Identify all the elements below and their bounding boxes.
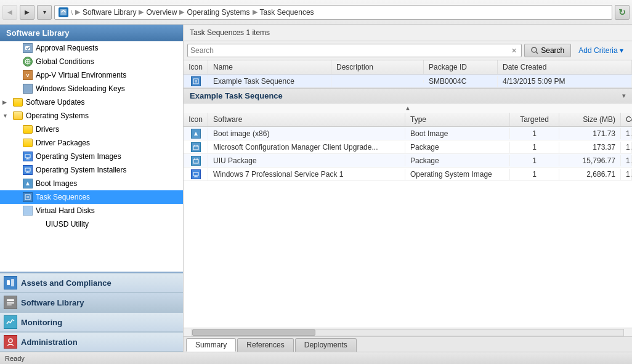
detail-td-size: 2,686.71 [559, 169, 621, 180]
svg-rect-19 [7, 304, 12, 305]
hscroll-thumb[interactable] [192, 330, 315, 336]
content-area: Task Sequences 1 items ✕ Search Add Crit… [184, 25, 632, 352]
detail-td-compliance: 100.0 [621, 142, 632, 153]
dth-software[interactable]: Software [208, 113, 405, 126]
tab-summary[interactable]: Summary [186, 338, 236, 352]
tab-deployments[interactable]: Deployments [295, 338, 357, 352]
table-row[interactable]: Example Task Sequence SMB0004C 4/13/2015… [184, 75, 632, 88]
sidebar-item-appv[interactable]: V App-V Virtual Environments [0, 68, 183, 82]
svg-rect-27 [193, 146, 198, 150]
breadcrumb-overview[interactable]: Overview [146, 8, 177, 17]
tabs-row: Summary References Deployments [184, 336, 632, 352]
tab-references[interactable]: References [237, 338, 293, 352]
detail-td-icon [184, 127, 208, 140]
sidebar-label-assets: Assets and Compliance [21, 278, 111, 288]
th-icon[interactable]: Icon [184, 60, 208, 74]
breadcrumb-os[interactable]: Operating Systems [187, 8, 249, 17]
search-button[interactable]: Search [524, 44, 571, 57]
svg-point-20 [9, 339, 12, 342]
hscroll-track[interactable] [192, 329, 624, 336]
sidebar-section-monitoring[interactable]: Monitoring [0, 312, 183, 332]
detail-table-header: Icon Software Type Targeted Size (MB) Co… [184, 113, 632, 127]
th-description[interactable]: Description [331, 60, 424, 74]
sidebar-label-drivers: Drivers [36, 125, 59, 134]
add-criteria-button[interactable]: Add Criteria ▾ [573, 44, 628, 57]
dth-targeted[interactable]: Targeted [510, 113, 559, 126]
breadcrumb-icon [59, 7, 68, 17]
detail-td-compliance: 100.0 [621, 169, 632, 180]
dth-compliance[interactable]: Compliance % [621, 113, 632, 126]
sideload-icon [22, 84, 33, 94]
detail-td-type: Package [405, 142, 510, 153]
svg-rect-33 [193, 172, 198, 176]
sidebar-section-assets[interactable]: Assets and Compliance [0, 273, 183, 293]
svg-rect-16 [11, 279, 14, 286]
back-button[interactable]: ◀ [2, 5, 17, 20]
breadcrumb-software-library[interactable]: Software Library [83, 8, 136, 17]
sidebar-item-sideload[interactable]: Windows Sideloading Keys [0, 82, 183, 95]
detail-row[interactable]: Windows 7 Professional Service Pack 1 Op… [184, 168, 632, 181]
sidebar-label-su: Software Updates [26, 98, 84, 107]
dropdown-button[interactable]: ▾ [37, 5, 52, 20]
th-name[interactable]: Name [208, 60, 331, 74]
horizontal-scrollbar[interactable] [184, 328, 632, 336]
detail-td-icon [184, 168, 208, 180]
detail-row[interactable]: UIU Package Package 1 15,796.77 100.0 [184, 154, 632, 168]
top-table: Icon Name Description Package ID Date Cr… [184, 60, 632, 89]
sidebar-label-monitoring: Monitoring [21, 318, 62, 327]
th-date-created[interactable]: Date Created [498, 60, 632, 74]
sidebar-item-software-updates[interactable]: ▶ Software Updates [0, 95, 183, 109]
detail-td-software: UIU Package [208, 155, 405, 166]
dth-type[interactable]: Type [405, 113, 510, 126]
sidebar-label-vhd: Virtual Hard Disks [36, 206, 95, 215]
search-input[interactable] [190, 46, 509, 55]
sidebar-label-softlib: Software Library [21, 298, 84, 307]
detail-td-size: 15,796.77 [559, 155, 621, 166]
sidebar-section-administration[interactable]: Administration [0, 332, 183, 352]
panel-title: Example Task Sequence [190, 91, 283, 100]
detail-td-type: Package [405, 155, 510, 166]
detail-td-compliance: 100.0 [621, 128, 632, 139]
uiusd-icon [32, 219, 43, 229]
sidebar-item-uiusd[interactable]: UIUSD Utility [0, 217, 183, 231]
detail-row[interactable]: Microsoft Configuration Manager Client U… [184, 140, 632, 154]
forward-button[interactable]: ▶ [20, 5, 34, 20]
sidebar-item-driver-packages[interactable]: Driver Packages [0, 136, 183, 150]
svg-rect-30 [193, 160, 198, 163]
detail-row[interactable]: Boot image (x86) Boot Image 1 171.73 100… [184, 127, 632, 140]
sidebar-item-global[interactable]: Global Conditions [0, 55, 183, 68]
sidebar-item-os[interactable]: ▼ Operating Systems [0, 109, 183, 123]
dth-size[interactable]: Size (MB) [559, 113, 621, 126]
sidebar-item-task-sequences[interactable]: Task Sequences [0, 190, 183, 204]
detail-td-software: Microsoft Configuration Manager Client U… [208, 142, 405, 153]
breadcrumb-task-sequences[interactable]: Task Sequences [260, 8, 314, 17]
svg-marker-26 [194, 132, 198, 135]
sidebar-item-boot-images[interactable]: Boot Images [0, 177, 183, 190]
svg-rect-17 [7, 299, 14, 301]
os-installers-icon [22, 165, 33, 175]
detail-td-icon [184, 141, 208, 153]
softlib-icon [4, 296, 17, 309]
panel-toggle-button[interactable]: ▾ [622, 92, 626, 100]
sidebar-header: Software Library [0, 25, 183, 41]
th-package-id[interactable]: Package ID [424, 60, 498, 74]
sidebar-label-approval: Approval Requests [36, 44, 98, 52]
folder-icon-os [12, 111, 23, 121]
refresh-button[interactable]: ↻ [615, 5, 630, 20]
admin-icon [4, 335, 17, 349]
os-images-icon [22, 152, 33, 161]
sidebar-item-os-installers[interactable]: Operating System Installers [0, 163, 183, 177]
sidebar-item-drivers[interactable]: Drivers [0, 123, 183, 136]
sidebar-label-sideload: Windows Sideloading Keys [36, 84, 125, 93]
dth-icon[interactable]: Icon [184, 113, 208, 126]
detail-td-targeted: 1 [510, 142, 559, 153]
sidebar-section-software-library[interactable]: Software Library [0, 293, 183, 312]
detail-td-targeted: 1 [510, 169, 559, 180]
panel-header: Example Task Sequence ▾ [184, 89, 632, 103]
breadcrumb: \ ▶ Software Library ▶ Overview ▶ Operat… [54, 5, 612, 20]
sidebar-item-os-images[interactable]: Operating System Images [0, 150, 183, 163]
sidebar-item-vhd[interactable]: Virtual Hard Disks [0, 204, 183, 217]
search-clear-button[interactable]: ✕ [509, 46, 519, 55]
monitor-icon [4, 315, 17, 329]
sidebar-item-approval[interactable]: Approval Requests [0, 41, 183, 55]
